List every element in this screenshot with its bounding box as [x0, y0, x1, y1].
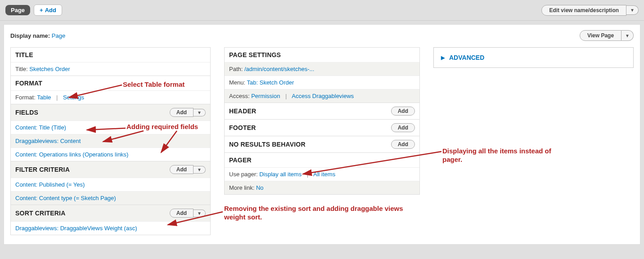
filter-heading: FILTER CRITERIA Add ▼ [11, 161, 210, 178]
sort-add-button[interactable]: Add [170, 209, 194, 218]
title-link[interactable]: Sketches Order [29, 66, 70, 72]
sort-add-dropdown[interactable]: ▼ [194, 210, 206, 217]
edit-view-dropdown[interactable]: ▼ [626, 5, 639, 15]
display-name-row: Display name: Page View Page ▼ [10, 30, 634, 41]
field-link[interactable]: Draggableviews: Content [15, 138, 81, 144]
footer-add-button[interactable]: Add [391, 123, 415, 132]
filter-link[interactable]: Content: Content type (= Sketch Page) [15, 195, 116, 201]
fields-add-dropdown[interactable]: ▼ [194, 109, 206, 116]
filter-row: Content: Content type (= Sketch Page) [11, 191, 210, 205]
view-page-button[interactable]: View Page [580, 30, 621, 41]
top-right: Edit view name/description ▼ [541, 5, 639, 16]
sort-link[interactable]: Draggableviews: DraggableViews Weight (a… [15, 225, 137, 232]
field-link[interactable]: Content: Operations links (Operations li… [15, 151, 128, 158]
edit-view-button[interactable]: Edit view name/description [541, 5, 626, 16]
section-sort: SORT CRITERIA Add ▼ Draggableviews: Drag… [10, 205, 211, 235]
annotation-sort: Removing the existing sort and adding dr… [224, 205, 422, 222]
access-perm-link[interactable]: Permission [251, 93, 280, 99]
section-footer: FOOTER Add [224, 120, 420, 136]
field-row: Content: Title (Title) [11, 121, 210, 134]
display-name-label: Display name: [10, 32, 50, 39]
filter-row: Content: Published (= Yes) [11, 178, 210, 191]
menu-link[interactable]: Tab: Sketch Order [247, 79, 294, 86]
section-filter: FILTER CRITERIA Add ▼ Content: Published… [10, 161, 211, 205]
advanced-label: ADVANCED [449, 54, 484, 61]
access-row: Access: Permission | Access Draggablevie… [225, 89, 419, 103]
no-results-heading: NO RESULTS BEHAVIOR Add [225, 136, 419, 152]
filter-add-dropdown[interactable]: ▼ [194, 166, 206, 174]
top-bar: Page + Add Edit view name/description ▼ [0, 0, 644, 21]
format-value-link[interactable]: Table [37, 94, 51, 101]
path-row: Path: /admin/content/sketches-... [225, 62, 419, 76]
more-link-row: More link: No [225, 181, 419, 194]
format-settings-link[interactable]: Settings [63, 94, 84, 101]
annotation-pager: Displaying all the items instead of page… [442, 147, 559, 164]
all-items-link[interactable]: All items [313, 171, 335, 178]
section-format: FORMAT Format: Table | Settings [10, 76, 211, 104]
format-row: Format: Table | Settings [11, 90, 210, 104]
menu-row: Menu: Tab: Sketch Order [225, 76, 419, 89]
section-pager: PAGER Use pager: Display all items | All… [224, 153, 420, 195]
filter-link[interactable]: Content: Published (= Yes) [15, 181, 85, 188]
path-link[interactable]: /admin/content/sketches-... [244, 66, 314, 72]
plus-icon: + [40, 7, 43, 13]
section-no-results: NO RESULTS BEHAVIOR Add [224, 136, 420, 153]
page-settings-heading: PAGE SETTINGS [225, 48, 419, 62]
section-title: TITLE Title: Sketches Order [10, 47, 211, 76]
sort-heading: SORT CRITERIA Add ▼ [11, 205, 210, 221]
fields-add-button[interactable]: Add [170, 108, 194, 117]
col-right: ▶ ADVANCED [433, 47, 634, 68]
footer-heading: FOOTER Add [225, 120, 419, 136]
format-heading: FORMAT [11, 76, 210, 90]
title-label: Title: [15, 66, 28, 72]
field-link[interactable]: Content: Title (Title) [15, 124, 66, 131]
noresults-add-button[interactable]: Add [391, 140, 415, 149]
section-fields: FIELDS Add ▼ Content: Title (Title) Drag… [10, 104, 211, 161]
field-row: Draggableviews: Content [11, 134, 210, 147]
main-panel: Display name: Page View Page ▼ TITLE Tit… [4, 24, 640, 245]
access-drag-link[interactable]: Access Draggableviews [292, 93, 354, 99]
pager-heading: PAGER [225, 153, 419, 167]
view-page-dropdown[interactable]: ▼ [621, 30, 634, 41]
format-label: Format: [15, 94, 36, 101]
fields-heading: FIELDS Add ▼ [11, 104, 210, 121]
display-name-value[interactable]: Page [52, 32, 65, 39]
use-pager-row: Use pager: Display all items | All items [225, 167, 419, 181]
header-add-button[interactable]: Add [391, 107, 415, 116]
section-header: HEADER Add [224, 103, 420, 120]
field-row: Content: Operations links (Operations li… [11, 147, 210, 161]
add-display-button[interactable]: + Add [34, 4, 62, 16]
filter-add-button[interactable]: Add [170, 165, 194, 174]
add-display-label: Add [45, 7, 56, 13]
col-middle: PAGE SETTINGS Path: /admin/content/sketc… [224, 47, 420, 195]
columns: TITLE Title: Sketches Order FORMAT Forma… [10, 47, 634, 235]
more-link-value[interactable]: No [256, 184, 264, 191]
caret-right-icon: ▶ [441, 55, 445, 61]
title-heading: TITLE [11, 48, 210, 62]
section-page-settings: PAGE SETTINGS Path: /admin/content/sketc… [224, 47, 420, 103]
col-left: TITLE Title: Sketches Order FORMAT Forma… [10, 47, 211, 235]
display-tab-page[interactable]: Page [5, 5, 30, 15]
header-heading: HEADER Add [225, 103, 419, 119]
title-row: Title: Sketches Order [11, 62, 210, 76]
use-pager-link[interactable]: Display all items [259, 171, 302, 178]
sort-row: Draggableviews: DraggableViews Weight (a… [11, 221, 210, 235]
advanced-toggle[interactable]: ▶ ADVANCED [433, 47, 634, 68]
